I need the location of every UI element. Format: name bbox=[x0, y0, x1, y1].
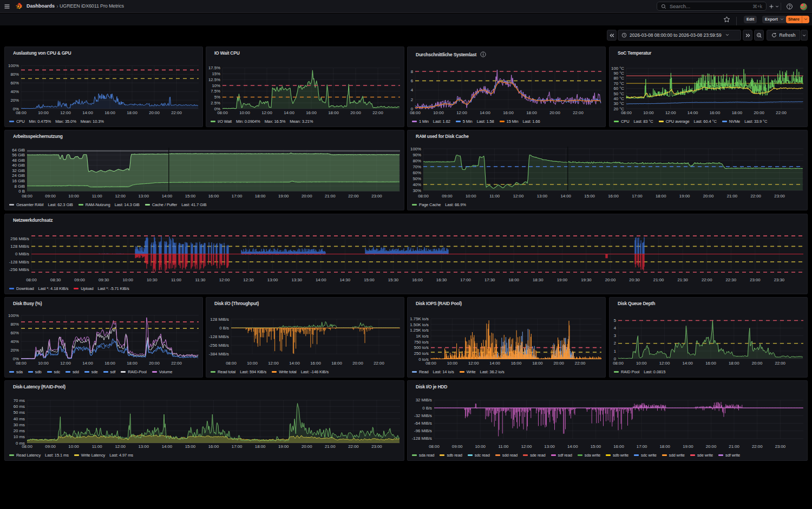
svg-text:10:00: 10:00 bbox=[122, 277, 133, 282]
svg-text:20:00: 20:00 bbox=[706, 444, 717, 449]
svg-text:3: 3 bbox=[614, 333, 616, 338]
svg-text:13:00: 13:00 bbox=[267, 277, 278, 282]
svg-text:09:00: 09:00 bbox=[45, 444, 56, 449]
svg-text:-256 MiB/s: -256 MiB/s bbox=[209, 343, 229, 348]
svg-text:40 GiB: 40 GiB bbox=[12, 163, 25, 168]
svg-text:18:00: 18:00 bbox=[656, 194, 666, 199]
svg-text:10:00: 10:00 bbox=[475, 444, 486, 449]
svg-text:128 MiB/s: 128 MiB/s bbox=[210, 317, 229, 322]
svg-text:16:00: 16:00 bbox=[104, 110, 115, 115]
svg-text:12:00: 12:00 bbox=[60, 361, 71, 366]
svg-text:12:00: 12:00 bbox=[521, 444, 532, 449]
svg-text:10:00: 10:00 bbox=[239, 110, 250, 115]
svg-text:10:00: 10:00 bbox=[247, 361, 258, 366]
svg-text:40 ms: 40 ms bbox=[14, 417, 25, 421]
svg-text:23:00: 23:00 bbox=[371, 444, 382, 449]
svg-text:22:00: 22:00 bbox=[575, 361, 586, 366]
svg-text:16:00: 16:00 bbox=[208, 444, 219, 449]
svg-text:70 °C: 70 °C bbox=[613, 81, 624, 86]
svg-text:19:00: 19:00 bbox=[679, 194, 690, 199]
svg-text:4: 4 bbox=[411, 88, 414, 92]
svg-text:19:30: 19:30 bbox=[581, 277, 592, 282]
svg-text:30 ms: 30 ms bbox=[14, 422, 25, 427]
svg-text:10 ms: 10 ms bbox=[14, 434, 25, 439]
svg-text:08:00: 08:00 bbox=[613, 361, 624, 366]
svg-text:17:00: 17:00 bbox=[232, 444, 243, 449]
svg-text:18:00: 18:00 bbox=[532, 361, 543, 366]
svg-text:09:00: 09:00 bbox=[74, 277, 85, 282]
svg-text:16:00: 16:00 bbox=[310, 361, 321, 366]
svg-text:18:00: 18:00 bbox=[255, 194, 266, 199]
svg-text:16:00: 16:00 bbox=[306, 110, 317, 115]
svg-text:10%: 10% bbox=[212, 83, 220, 88]
svg-text:19:00: 19:00 bbox=[683, 444, 693, 449]
svg-text:08:00: 08:00 bbox=[26, 277, 37, 282]
svg-text:12:30: 12:30 bbox=[243, 277, 254, 282]
svg-text:48 GiB: 48 GiB bbox=[12, 158, 25, 163]
svg-text:40%: 40% bbox=[10, 89, 19, 94]
svg-text:10:00: 10:00 bbox=[433, 110, 444, 115]
svg-text:-256 MiB/s: -256 MiB/s bbox=[9, 267, 29, 272]
svg-text:500 io/s: 500 io/s bbox=[414, 345, 429, 350]
svg-text:80%: 80% bbox=[10, 322, 19, 327]
svg-text:0 B/s: 0 B/s bbox=[219, 326, 229, 330]
svg-text:21:00: 21:00 bbox=[325, 194, 336, 199]
svg-text:256 MiB/s: 256 MiB/s bbox=[10, 236, 29, 241]
svg-text:6: 6 bbox=[411, 78, 413, 83]
svg-text:08:30: 08:30 bbox=[50, 277, 61, 282]
svg-text:22:00: 22:00 bbox=[348, 194, 359, 199]
svg-text:20:00: 20:00 bbox=[605, 277, 616, 282]
svg-text:16:00: 16:00 bbox=[705, 361, 716, 366]
svg-text:22:30: 22:30 bbox=[726, 277, 737, 282]
svg-text:12:00: 12:00 bbox=[261, 110, 272, 115]
svg-text:100%: 100% bbox=[410, 147, 421, 151]
svg-text:17:30: 17:30 bbox=[484, 277, 495, 282]
svg-text:14:00: 14:00 bbox=[480, 110, 490, 115]
svg-text:18:00: 18:00 bbox=[526, 110, 537, 115]
svg-text:23:30: 23:30 bbox=[774, 277, 785, 282]
svg-text:22:00: 22:00 bbox=[775, 361, 785, 366]
svg-text:14:00: 14:00 bbox=[82, 361, 93, 366]
svg-text:10:00: 10:00 bbox=[447, 361, 458, 366]
svg-text:20:00: 20:00 bbox=[754, 110, 764, 115]
svg-text:-64 MiB/s: -64 MiB/s bbox=[414, 421, 432, 426]
svg-text:22:00: 22:00 bbox=[702, 277, 712, 282]
svg-text:30 °C: 30 °C bbox=[613, 101, 624, 106]
svg-text:10:00: 10:00 bbox=[466, 194, 476, 199]
svg-text:2: 2 bbox=[614, 341, 616, 346]
svg-text:1.25K io/s: 1.25K io/s bbox=[410, 328, 429, 333]
svg-text:50%: 50% bbox=[412, 176, 421, 181]
svg-text:14:30: 14:30 bbox=[340, 277, 351, 282]
svg-text:-128 MiB/s: -128 MiB/s bbox=[209, 334, 229, 339]
svg-text:250 io/s: 250 io/s bbox=[414, 351, 429, 356]
svg-text:1.75K io/s: 1.75K io/s bbox=[410, 316, 429, 321]
svg-text:17:00: 17:00 bbox=[637, 444, 647, 449]
svg-text:20:00: 20:00 bbox=[302, 444, 312, 449]
svg-text:15:30: 15:30 bbox=[388, 277, 399, 282]
svg-text:12:00: 12:00 bbox=[60, 110, 71, 115]
svg-text:15%: 15% bbox=[212, 71, 220, 76]
svg-text:12:00: 12:00 bbox=[268, 361, 279, 366]
svg-text:21:00: 21:00 bbox=[729, 444, 739, 449]
svg-text:14:00: 14:00 bbox=[82, 110, 93, 115]
svg-text:15:00: 15:00 bbox=[185, 194, 196, 199]
svg-text:18:00: 18:00 bbox=[732, 110, 743, 115]
svg-text:100 °C: 100 °C bbox=[611, 66, 624, 71]
svg-text:15:00: 15:00 bbox=[364, 277, 375, 282]
svg-text:60%: 60% bbox=[412, 170, 421, 175]
svg-text:18:00: 18:00 bbox=[255, 444, 266, 449]
svg-text:20:00: 20:00 bbox=[553, 361, 564, 366]
svg-text:14:00: 14:00 bbox=[489, 361, 500, 366]
svg-text:09:00: 09:00 bbox=[452, 444, 463, 449]
svg-text:14:00: 14:00 bbox=[162, 444, 173, 449]
svg-text:60%: 60% bbox=[10, 330, 19, 335]
svg-text:100%: 100% bbox=[8, 63, 19, 68]
svg-text:12:00: 12:00 bbox=[115, 444, 126, 449]
svg-text:1: 1 bbox=[614, 349, 616, 354]
svg-text:13:00: 13:00 bbox=[139, 444, 149, 449]
svg-text:11:00: 11:00 bbox=[489, 194, 500, 199]
svg-text:11:00: 11:00 bbox=[171, 277, 182, 282]
svg-text:17:00: 17:00 bbox=[232, 194, 243, 199]
svg-text:20:30: 20:30 bbox=[629, 277, 640, 282]
svg-text:18:00: 18:00 bbox=[508, 277, 519, 282]
